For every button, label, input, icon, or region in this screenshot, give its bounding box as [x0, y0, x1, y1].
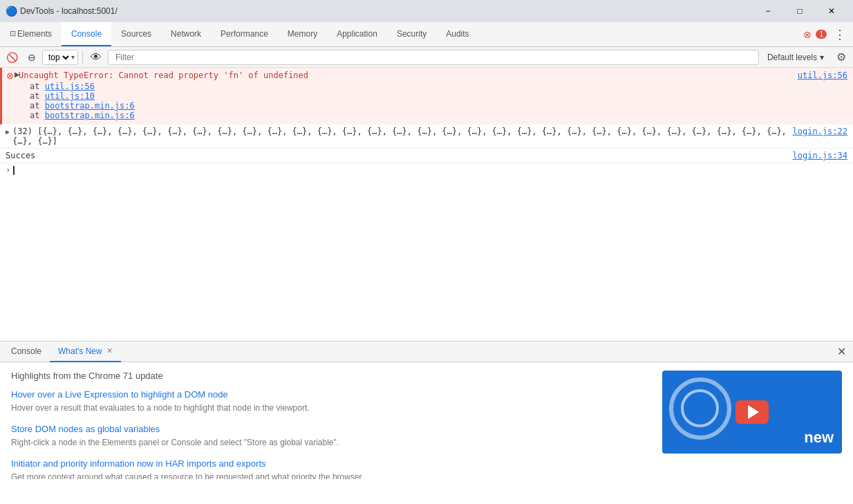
- maximize-button[interactable]: □: [784, 0, 816, 22]
- default-levels-button[interactable]: Default levels ▾: [762, 51, 829, 64]
- feature-desc-2: Right-click a node in the Elements panel…: [11, 436, 651, 449]
- feature-title-2[interactable]: Store DOM nodes as global variables: [11, 424, 651, 434]
- stack-line-4: at bootstrap.min.js:6: [30, 111, 847, 120]
- play-button[interactable]: [735, 400, 769, 424]
- tab-elements-label: Elements: [17, 29, 52, 39]
- log-content: (32) [{…}, {…}, {…}, {…}, {…}, {…}, {…},…: [12, 127, 787, 146]
- error-expand-arrow[interactable]: ▶: [15, 71, 20, 78]
- error-message: Uncaught TypeError: Cannot read property…: [19, 71, 847, 80]
- devtools-icon: 🔵: [6, 6, 17, 17]
- default-levels-label: Default levels: [767, 53, 817, 62]
- circle-decoration-inner: [681, 389, 719, 427]
- stack-trace: at util.js:56 at util.js:10 at bootstrap…: [19, 80, 847, 122]
- feature-highlight-1: Live Expression: [65, 389, 129, 400]
- whats-new-left: Highlights from the Chrome 71 update Hov…: [11, 371, 651, 471]
- log-source-link-1[interactable]: login.js:22: [793, 127, 847, 136]
- bottom-tab-console[interactable]: Console: [3, 342, 50, 362]
- feature-item-1: Hover over a Live Expression to highligh…: [11, 389, 651, 414]
- error-source-link[interactable]: util.js:56: [798, 71, 847, 80]
- close-button[interactable]: ✕: [816, 0, 847, 22]
- tab-application-label: Application: [337, 29, 377, 39]
- error-count: 1: [816, 30, 827, 39]
- highlights-title: Highlights from the Chrome 71 update: [11, 371, 651, 381]
- stack-link-4[interactable]: bootstrap.min.js:6: [45, 111, 135, 120]
- toolbar-divider: [82, 51, 83, 64]
- minimize-button[interactable]: −: [752, 0, 784, 22]
- expand-arrow-icon[interactable]: ▶: [6, 128, 10, 136]
- feature-desc-1: Hover over a result that evaluates to a …: [11, 402, 651, 414]
- bottom-tab-whats-new[interactable]: What's New ✕: [50, 342, 121, 362]
- tab-console-label: Console: [71, 29, 102, 39]
- console-scroll[interactable]: ⊗ ▶ util.js:56 Uncaught TypeError: Canno…: [0, 68, 853, 341]
- main-area: ⊡ Elements Console Sources Network Perfo…: [0, 22, 853, 479]
- stack-link-2[interactable]: util.js:10: [45, 91, 95, 101]
- tab-network[interactable]: Network: [161, 22, 211, 46]
- clear-console-button[interactable]: 🚫: [3, 50, 21, 65]
- context-select[interactable]: top: [46, 52, 71, 63]
- tab-security[interactable]: Security: [387, 22, 436, 46]
- tab-audits-label: Audits: [446, 29, 469, 39]
- feature-title-1[interactable]: Hover over a Live Expression to highligh…: [11, 389, 651, 400]
- filter-wrap: [108, 50, 759, 65]
- stack-line-1: at util.js:56: [30, 82, 847, 91]
- error-icon: ⊗: [6, 71, 14, 81]
- tabs-bar: ⊡ Elements Console Sources Network Perfo…: [0, 22, 853, 47]
- error-badge: ⊗ 1: [803, 29, 827, 40]
- tab-elements[interactable]: ⊡ Elements: [0, 22, 62, 46]
- bottom-tabs-bar: Console What's New ✕ ✕: [0, 342, 853, 362]
- tab-audits[interactable]: Audits: [436, 22, 478, 46]
- bottom-tab-whats-new-label: What's New: [58, 346, 102, 356]
- console-input-row: ›: [0, 163, 853, 177]
- log-entry-array: ▶ (32) [{…}, {…}, {…}, {…}, {…}, {…}, {……: [0, 124, 853, 149]
- feature-desc-3: Get more context around what caused a re…: [11, 471, 651, 479]
- whats-new-content: Highlights from the Chrome 71 update Hov…: [0, 362, 853, 479]
- tab-memory-label: Memory: [288, 29, 317, 39]
- bottom-panel: Console What's New ✕ ✕ Highlights from t…: [0, 341, 853, 479]
- stack-link-1[interactable]: util.js:56: [45, 82, 95, 91]
- eye-button[interactable]: 👁: [87, 49, 105, 66]
- tab-performance[interactable]: Performance: [211, 22, 278, 46]
- tab-application[interactable]: Application: [327, 22, 387, 46]
- more-options-icon[interactable]: ⋮: [827, 27, 853, 42]
- tab-console[interactable]: Console: [62, 22, 111, 46]
- stack-line-2: at util.js:10: [30, 91, 847, 101]
- tab-security-label: Security: [397, 29, 426, 39]
- prompt-icon: ›: [6, 165, 10, 175]
- log-entry-success: Succes login.js:34: [0, 149, 853, 163]
- filter-toggle-button[interactable]: ⊖: [24, 50, 39, 65]
- stack-line-3: at bootstrap.min.js:6: [30, 101, 847, 111]
- new-badge: new: [804, 429, 834, 447]
- stack-link-3[interactable]: bootstrap.min.js:6: [45, 101, 135, 111]
- tab-memory[interactable]: Memory: [278, 22, 327, 46]
- titlebar: 🔵 DevTools - localhost:5001/ − □ ✕: [0, 0, 853, 22]
- settings-button[interactable]: ⚙: [832, 48, 850, 66]
- error-text: Uncaught TypeError: Cannot read property…: [19, 71, 308, 80]
- console-cursor: [13, 166, 15, 175]
- feature-highlight-3b: exports: [236, 458, 266, 469]
- tab-network-label: Network: [171, 29, 201, 39]
- tab-performance-label: Performance: [221, 29, 268, 39]
- bottom-panel-close-button[interactable]: ✕: [833, 344, 850, 360]
- whats-new-right: new: [662, 371, 842, 471]
- log-source-link-2[interactable]: login.js:34: [793, 151, 847, 160]
- console-toolbar: 🚫 ⊖ top ▾ 👁 Default levels ▾ ⚙: [0, 47, 853, 68]
- titlebar-title: DevTools - localhost:5001/: [20, 6, 752, 16]
- filter-input[interactable]: [111, 51, 756, 64]
- video-thumbnail[interactable]: new: [662, 371, 842, 454]
- feature-item-3: Initiator and priority information now i…: [11, 458, 651, 479]
- chevron-down-icon: ▾: [820, 53, 824, 62]
- tab-sources[interactable]: Sources: [111, 22, 161, 46]
- tab-sources-label: Sources: [121, 29, 151, 39]
- chevron-down-icon: ▾: [71, 53, 75, 61]
- bottom-tab-console-label: Console: [11, 346, 41, 356]
- whats-new-close-icon[interactable]: ✕: [106, 346, 113, 355]
- context-select-wrap: top ▾: [42, 50, 78, 65]
- feature-title-3[interactable]: Initiator and priority information now i…: [11, 458, 651, 469]
- feature-highlight-3a: HAR imports: [165, 458, 216, 469]
- success-text: Succes: [6, 151, 787, 160]
- feature-item-2: Store DOM nodes as global variables Righ…: [11, 424, 651, 449]
- error-entry: ⊗ ▶ util.js:56 Uncaught TypeError: Canno…: [0, 68, 853, 124]
